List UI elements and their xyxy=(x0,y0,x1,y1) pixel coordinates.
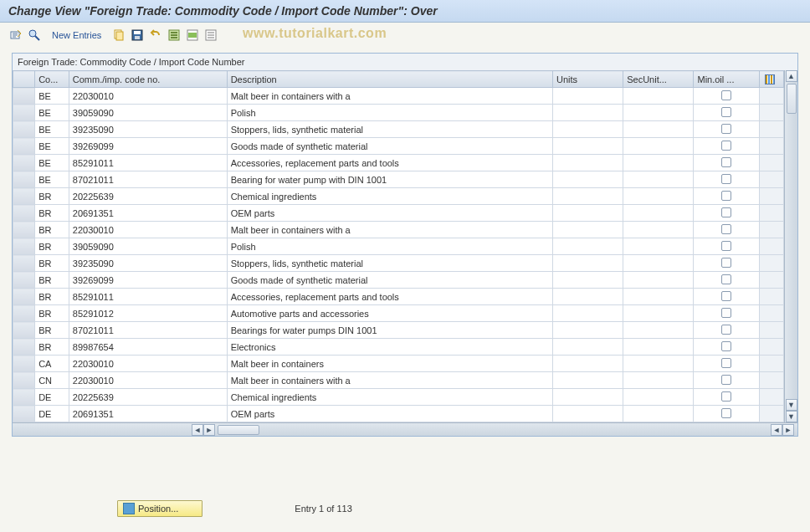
cell-minoil[interactable] xyxy=(694,171,759,188)
cell-description[interactable]: Bearing for water pump with DIN 1001 xyxy=(227,171,552,188)
cell-country[interactable]: BE xyxy=(35,105,69,121)
cell-code[interactable]: 39059090 xyxy=(69,238,227,255)
table-row[interactable]: BR89987654Electronics xyxy=(13,339,784,356)
cell-units[interactable] xyxy=(552,205,623,222)
cell-country[interactable]: BE xyxy=(35,138,69,155)
row-handle[interactable] xyxy=(13,255,35,272)
cell-minoil[interactable] xyxy=(694,255,759,272)
horizontal-scrollbar[interactable]: ◄ ► ◄ ► xyxy=(13,422,797,436)
table-row[interactable]: DE20691351OEM parts xyxy=(13,406,784,422)
cell-code[interactable]: 22030010 xyxy=(69,356,227,372)
cell-minoil[interactable] xyxy=(694,305,759,322)
cell-secunit[interactable] xyxy=(623,188,694,205)
cell-description[interactable]: Malt beer in containers with a xyxy=(227,372,552,389)
cell-minoil[interactable] xyxy=(694,322,759,339)
cell-units[interactable] xyxy=(552,356,623,372)
cell-code[interactable]: 39235090 xyxy=(69,121,227,138)
cell-secunit[interactable] xyxy=(623,389,694,406)
cell-country[interactable]: BR xyxy=(35,339,69,356)
cell-description[interactable]: Polish xyxy=(227,105,552,121)
cell-description[interactable]: Polish xyxy=(227,238,552,255)
cell-units[interactable] xyxy=(552,406,623,422)
scroll-up-icon[interactable]: ▲ xyxy=(786,70,797,82)
table-row[interactable]: CA22030010Malt beer in containers xyxy=(13,356,784,372)
cell-minoil[interactable] xyxy=(694,356,759,372)
checkbox[interactable] xyxy=(721,141,731,151)
cell-minoil[interactable] xyxy=(694,222,759,238)
cell-description[interactable]: Malt beer in containers xyxy=(227,356,552,372)
cell-units[interactable] xyxy=(552,88,623,105)
cell-description[interactable]: Chemical ingredients xyxy=(227,389,552,406)
row-handle[interactable] xyxy=(13,121,35,138)
table-row[interactable]: BE85291011Accessories, replacement parts… xyxy=(13,155,784,171)
cell-code[interactable]: 85291011 xyxy=(69,289,227,305)
cell-code[interactable]: 22030010 xyxy=(69,372,227,389)
cell-secunit[interactable] xyxy=(623,305,694,322)
cell-minoil[interactable] xyxy=(694,188,759,205)
cell-code[interactable]: 89987654 xyxy=(69,339,227,356)
row-handle[interactable] xyxy=(13,238,35,255)
new-entries-button[interactable]: New Entries xyxy=(52,30,101,40)
checkbox[interactable] xyxy=(721,325,731,335)
cell-description[interactable]: Accessories, replacement parts and tools xyxy=(227,289,552,305)
table-corner[interactable] xyxy=(13,71,35,88)
row-handle[interactable] xyxy=(13,88,35,105)
checkbox[interactable] xyxy=(721,207,731,217)
cell-description[interactable]: OEM parts xyxy=(227,205,552,222)
deselect-all-icon[interactable] xyxy=(203,28,218,43)
cell-code[interactable]: 85291011 xyxy=(69,155,227,171)
scroll-right-icon[interactable]: ► xyxy=(782,424,794,436)
row-handle[interactable] xyxy=(13,171,35,188)
cell-units[interactable] xyxy=(552,272,623,289)
cell-units[interactable] xyxy=(552,105,623,121)
cell-minoil[interactable] xyxy=(694,272,759,289)
row-handle[interactable] xyxy=(13,305,35,322)
cell-units[interactable] xyxy=(552,188,623,205)
checkbox[interactable] xyxy=(721,191,731,201)
checkbox[interactable] xyxy=(721,224,731,234)
cell-country[interactable]: BR xyxy=(35,305,69,322)
cell-code[interactable]: 39269099 xyxy=(69,138,227,155)
table-row[interactable]: DE20225639Chemical ingredients xyxy=(13,389,784,406)
cell-minoil[interactable] xyxy=(694,105,759,121)
table-row[interactable]: BR39059090Polish xyxy=(13,238,784,255)
cell-units[interactable] xyxy=(552,155,623,171)
cell-country[interactable]: DE xyxy=(35,406,69,422)
checkbox[interactable] xyxy=(721,174,731,184)
cell-description[interactable]: Malt beer in containers with a xyxy=(227,88,552,105)
table-row[interactable]: BE39269099Goods made of synthetic materi… xyxy=(13,138,784,155)
table-config-header[interactable] xyxy=(759,71,783,88)
cell-description[interactable]: Accessories, replacement parts and tools xyxy=(227,155,552,171)
cell-country[interactable]: BR xyxy=(35,238,69,255)
cell-country[interactable]: BR xyxy=(35,272,69,289)
cell-country[interactable]: BR xyxy=(35,289,69,305)
checkbox[interactable] xyxy=(721,124,731,134)
cell-secunit[interactable] xyxy=(623,222,694,238)
table-row[interactable]: BE39059090Polish xyxy=(13,105,784,121)
cell-secunit[interactable] xyxy=(623,289,694,305)
table-row[interactable]: BR20691351OEM parts xyxy=(13,205,784,222)
copy-icon[interactable] xyxy=(111,28,126,43)
cell-units[interactable] xyxy=(552,138,623,155)
row-handle[interactable] xyxy=(13,372,35,389)
checkbox[interactable] xyxy=(721,291,731,301)
cell-secunit[interactable] xyxy=(623,138,694,155)
row-handle[interactable] xyxy=(13,205,35,222)
cell-units[interactable] xyxy=(552,121,623,138)
cell-secunit[interactable] xyxy=(623,105,694,121)
table-row[interactable]: BR20225639Chemical ingredients xyxy=(13,188,784,205)
row-handle[interactable] xyxy=(13,406,35,422)
row-handle[interactable] xyxy=(13,356,35,372)
row-handle[interactable] xyxy=(13,389,35,406)
cell-minoil[interactable] xyxy=(694,339,759,356)
cell-units[interactable] xyxy=(552,238,623,255)
select-all-icon[interactable] xyxy=(167,28,182,43)
table-row[interactable]: BE87021011Bearing for water pump with DI… xyxy=(13,171,784,188)
cell-code[interactable]: 20691351 xyxy=(69,205,227,222)
checkbox[interactable] xyxy=(721,241,731,251)
cell-code[interactable]: 87021011 xyxy=(69,171,227,188)
cell-secunit[interactable] xyxy=(623,238,694,255)
table-row[interactable]: CN22030010Malt beer in containers with a xyxy=(13,372,784,389)
cell-country[interactable]: DE xyxy=(35,389,69,406)
row-handle[interactable] xyxy=(13,222,35,238)
